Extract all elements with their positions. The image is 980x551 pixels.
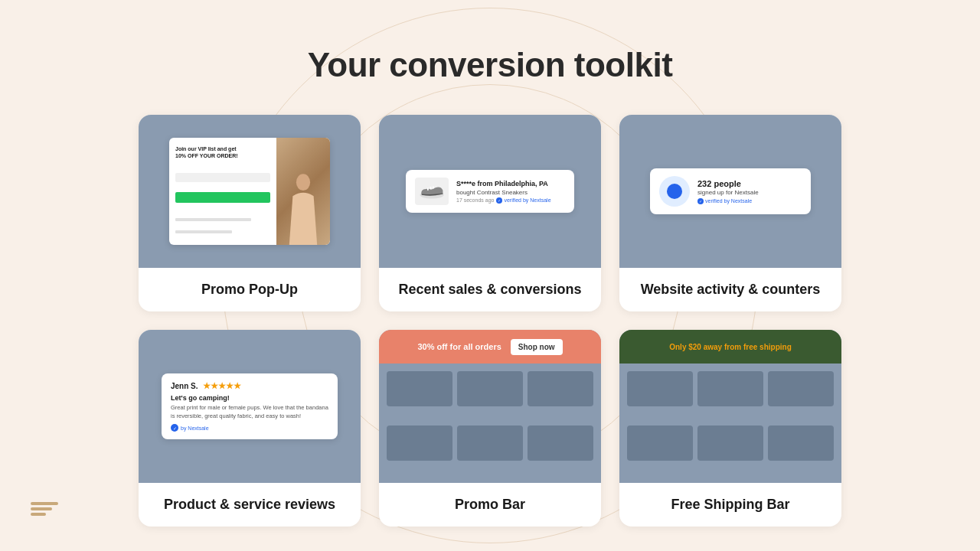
product-thumb-4 — [387, 425, 452, 461]
shipping-thumb-1 — [627, 371, 693, 406]
review-body: Great print for male or female pups. We … — [171, 404, 328, 420]
sales-customer-name: S****e from Philadelphia, PA — [456, 180, 565, 187]
shipping-thumb-4 — [627, 425, 693, 461]
card-promo-bar[interactable]: 30% off for all orders Shop now Promo Ba… — [379, 330, 601, 527]
product-thumb-6 — [528, 425, 593, 461]
card-recent-sales[interactable]: S****e from Philadelphia, PA bought Cont… — [379, 115, 601, 311]
svg-rect-3 — [430, 187, 432, 190]
sales-verified-text: verified by Nextsale — [504, 197, 550, 203]
sales-time-text: 17 seconds ago — [456, 197, 494, 203]
shoe-icon — [418, 182, 446, 201]
popup-left: Join our VIP list and get10% OFF YOUR OR… — [169, 138, 276, 245]
promo-bar-offer-text: 30% off for all orders — [417, 342, 501, 351]
activity-inner-dot — [667, 184, 682, 199]
shipping-thumb-2 — [697, 371, 763, 406]
product-reviews-label: Product & service reviews — [139, 483, 361, 527]
popup-cta-btn — [175, 192, 270, 203]
activity-notification: 232 people signed up for Nextsale verifi… — [650, 168, 811, 214]
shipping-only-text: Only — [669, 343, 686, 351]
brand-line-1 — [31, 502, 58, 505]
reviews-preview: Jenn S. ★★★★★ Let's go camping! Great pr… — [139, 330, 361, 483]
review-verified-badge: by Nextsale — [171, 424, 328, 432]
review-check-icon — [171, 424, 178, 432]
card-free-shipping[interactable]: Only $20 away from free shipping Free Sh… — [619, 330, 841, 527]
svg-rect-2 — [427, 187, 429, 191]
popup-image — [276, 138, 330, 245]
popup-vip-text: Join our VIP list and get10% OFF YOUR OR… — [175, 145, 270, 159]
sales-text-block: S****e from Philadelphia, PA bought Cont… — [456, 180, 565, 204]
promo-bar-shop-button: Shop now — [511, 339, 563, 355]
popup-fine-text-1 — [175, 218, 251, 221]
promo-popup-preview: Join our VIP list and get10% OFF YOUR OR… — [139, 115, 361, 268]
activity-verified-dot — [697, 198, 704, 204]
shipping-bar-product-grid — [619, 364, 841, 483]
activity-verified-text: verified by Nextsale — [705, 198, 752, 204]
website-activity-label: Website activity & counters — [619, 268, 841, 311]
card-product-reviews[interactable]: Jenn S. ★★★★★ Let's go camping! Great pr… — [139, 330, 361, 527]
shipping-amount: $20 — [688, 343, 701, 351]
card-promo-popup[interactable]: Join our VIP list and get10% OFF YOUR OR… — [139, 115, 361, 311]
review-card: Jenn S. ★★★★★ Let's go camping! Great pr… — [162, 373, 338, 439]
verified-dot-icon — [496, 197, 502, 204]
recent-sales-label: Recent sales & conversions — [379, 268, 601, 311]
promo-bar-banner: 30% off for all orders Shop now — [379, 330, 601, 364]
promo-bar-preview: 30% off for all orders Shop now — [379, 330, 601, 483]
shipping-bar-text: Only $20 away from free shipping — [669, 343, 792, 351]
sales-preview: S****e from Philadelphia, PA bought Cont… — [379, 115, 601, 268]
review-title: Let's go camping! — [171, 394, 328, 402]
free-shipping-label: Free Shipping Bar — [619, 483, 841, 527]
product-thumb-1 — [387, 371, 452, 406]
product-thumb-2 — [457, 371, 523, 406]
sales-time-block: 17 seconds ago verified by Nextsale — [456, 197, 565, 204]
activity-verified-block: verified by Nextsale — [697, 198, 802, 204]
shipping-bar-preview: Only $20 away from free shipping — [619, 330, 841, 483]
reviewer-name: Jenn S. ★★★★★ — [171, 381, 328, 391]
activity-text-block: 232 people signed up for Nextsale verifi… — [697, 179, 802, 204]
product-thumb-5 — [457, 425, 523, 461]
activity-circle-icon — [659, 176, 690, 207]
activity-preview: 232 people signed up for Nextsale verifi… — [619, 115, 841, 268]
sales-shoe-image — [415, 178, 449, 205]
shipping-suffix-text: away from free shipping — [704, 343, 792, 351]
popup-person-svg — [284, 168, 322, 245]
activity-description: signed up for Nextsale — [697, 189, 802, 196]
shipping-thumb-3 — [768, 371, 834, 406]
review-by-text: by Nextsale — [181, 425, 209, 431]
promo-bar-product-grid — [379, 364, 601, 483]
popup-inner: Join our VIP list and get10% OFF YOUR OR… — [169, 138, 330, 245]
shipping-bar-banner: Only $20 away from free shipping — [619, 330, 841, 364]
promo-bar-label: Promo Bar — [379, 483, 601, 527]
promo-popup-label: Promo Pop-Up — [139, 268, 361, 311]
shipping-thumb-5 — [697, 425, 763, 461]
popup-fine-text-2 — [175, 230, 232, 233]
sales-notification: S****e from Philadelphia, PA bought Cont… — [406, 170, 574, 213]
svg-point-0 — [296, 174, 310, 191]
brand-lines — [31, 502, 61, 516]
page-title: Your conversion toolkit — [308, 46, 673, 84]
toolkit-grid: Join our VIP list and get10% OFF YOUR OR… — [139, 115, 841, 527]
popup-email-input — [175, 173, 270, 182]
review-stars: ★★★★★ — [203, 381, 241, 391]
card-website-activity[interactable]: 232 people signed up for Nextsale verifi… — [619, 115, 841, 311]
brand-line-2 — [31, 507, 52, 510]
shipping-thumb-6 — [768, 425, 834, 461]
activity-count: 232 people — [697, 179, 802, 188]
sales-product-name: bought Contrast Sneakers — [456, 189, 565, 196]
brand-mark — [31, 502, 61, 533]
svg-rect-4 — [433, 186, 434, 188]
sales-verified-badge: verified by Nextsale — [496, 197, 550, 204]
brand-line-3 — [31, 513, 46, 516]
product-thumb-3 — [528, 371, 593, 406]
